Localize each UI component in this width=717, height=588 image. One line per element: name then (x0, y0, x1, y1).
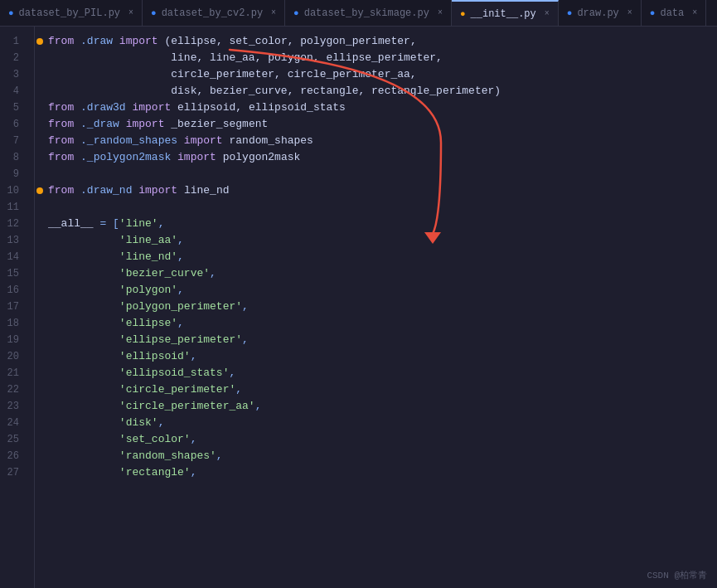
line-marker-dot (36, 187, 43, 194)
token (48, 299, 119, 315)
code-line: 'polygon_perimeter', (35, 299, 717, 315)
tab-label: draw.py (577, 7, 618, 19)
token: from (48, 182, 74, 199)
token (48, 365, 119, 381)
code-line: circle_perimeter, circle_perimeter_aa, (35, 66, 717, 83)
close-icon[interactable]: × (627, 8, 632, 17)
token: 'polygon' (119, 282, 177, 299)
code-line: 'ellipse', (35, 315, 717, 332)
line-number: 9 (0, 166, 26, 182)
line-number: 1 (0, 33, 26, 50)
token: from (48, 116, 74, 133)
token: import (113, 33, 164, 50)
code-line: from ._polygon2mask import polygon2mask (35, 149, 717, 166)
code-line: from .draw_nd import line_nd (35, 182, 717, 199)
code-line: 'rectangle', (35, 464, 717, 481)
token: ._draw (80, 116, 119, 133)
code-line: 'ellipsoid', (35, 348, 717, 365)
token: 'set_color' (119, 431, 191, 448)
py-icon: ● (151, 8, 157, 18)
tab-dataset-skimage[interactable]: ● dataset_by_skimage.py × (285, 0, 452, 27)
token: 'ellipse' (119, 315, 177, 332)
tab-dataset-pil[interactable]: ● dataset_by_PIL.py × (0, 0, 143, 27)
py-icon: ● (567, 8, 573, 18)
token: , (158, 415, 165, 431)
token: 'ellipsoid_stats' (119, 365, 230, 381)
token: , (255, 398, 262, 415)
line-number: 17 (0, 299, 26, 315)
token: , (242, 299, 249, 315)
token (48, 315, 119, 332)
token (74, 100, 80, 116)
token: .draw_nd (80, 182, 132, 199)
code-content[interactable]: from .draw import (ellipse, set_color, p… (35, 27, 717, 588)
code-line: 'polygon', (35, 282, 717, 299)
token: line, line_aa, polygon, ellipse_perimete… (48, 50, 443, 66)
token: 'disk' (119, 415, 158, 431)
line-number: 26 (0, 448, 26, 464)
token: _bezier_segment (171, 116, 268, 133)
close-icon[interactable]: × (438, 8, 443, 17)
token: , (177, 232, 184, 249)
line-number: 11 (0, 199, 26, 216)
tab-label: dataset_by_PIL.py (19, 7, 120, 19)
line-number: 4 (0, 83, 26, 100)
code-line: from .draw import (ellipse, set_color, p… (35, 33, 717, 50)
token: 'bezier_curve' (119, 265, 210, 282)
tab-bar: ● dataset_by_PIL.py × ● dataset_by_cv2.p… (0, 0, 717, 27)
py-icon: ● (293, 8, 299, 18)
line-number: 20 (0, 348, 26, 365)
token: , (177, 315, 184, 332)
token (48, 381, 119, 398)
tab-init[interactable]: ● __init__.py × (452, 0, 559, 27)
close-icon[interactable]: × (271, 8, 276, 17)
code-line: __all__ = ['line', (35, 216, 717, 232)
token (48, 282, 119, 299)
code-line: 'ellipse_perimeter', (35, 332, 717, 348)
tab-dataset-cv2[interactable]: ● dataset_by_cv2.py × (143, 0, 285, 27)
close-icon[interactable]: × (128, 8, 133, 17)
token (74, 133, 80, 149)
line-number: 22 (0, 381, 26, 398)
token: 'random_shapes' (119, 448, 216, 464)
token (74, 116, 80, 133)
token (48, 348, 119, 365)
line-number: 21 (0, 365, 26, 381)
token: 'polygon_perimeter' (119, 299, 242, 315)
line-number: 2 (0, 50, 26, 66)
line-marker-dot (36, 38, 43, 45)
line-number: 19 (0, 332, 26, 348)
line-number: 18 (0, 315, 26, 332)
token: 'ellipse_perimeter' (119, 332, 242, 348)
token: random_shapes (229, 133, 312, 149)
token: 'line_aa' (119, 232, 177, 249)
token: polygon2mask (223, 149, 301, 166)
code-line: 'bezier_curve', (35, 265, 717, 282)
close-icon[interactable]: × (692, 8, 697, 17)
token: disk, bezier_curve, rectangle, rectangle… (48, 83, 501, 100)
token: from (48, 100, 74, 116)
token: import (171, 149, 222, 166)
token: .draw (80, 33, 113, 50)
code-line: 'random_shapes', (35, 448, 717, 464)
code-line: from ._draw import _bezier_segment (35, 116, 717, 133)
line-number: 27 (0, 464, 26, 481)
close-icon[interactable]: × (545, 9, 550, 18)
tab-label: __init__.py (471, 8, 536, 20)
token: from (48, 149, 74, 166)
token (48, 232, 119, 249)
tab-draw[interactable]: ● draw.py × (559, 0, 642, 27)
token: (ellipse, set_color, polygon_perimeter, (164, 33, 416, 50)
token: 'line' (119, 216, 158, 232)
tab-data[interactable]: ● data × (642, 0, 706, 27)
code-line (35, 166, 717, 182)
line-number: 6 (0, 116, 26, 133)
code-area: 1234567891011121314151617181920212223242… (0, 27, 717, 588)
token: ellipsoid, ellipsoid_stats (177, 100, 346, 116)
token: 'circle_perimeter' (119, 381, 235, 398)
line-number: 8 (0, 149, 26, 166)
token: circle_perimeter, circle_perimeter_aa, (48, 66, 417, 83)
token: , (216, 448, 223, 464)
code-line: 'line_nd', (35, 249, 717, 265)
init-icon: ● (460, 9, 466, 19)
